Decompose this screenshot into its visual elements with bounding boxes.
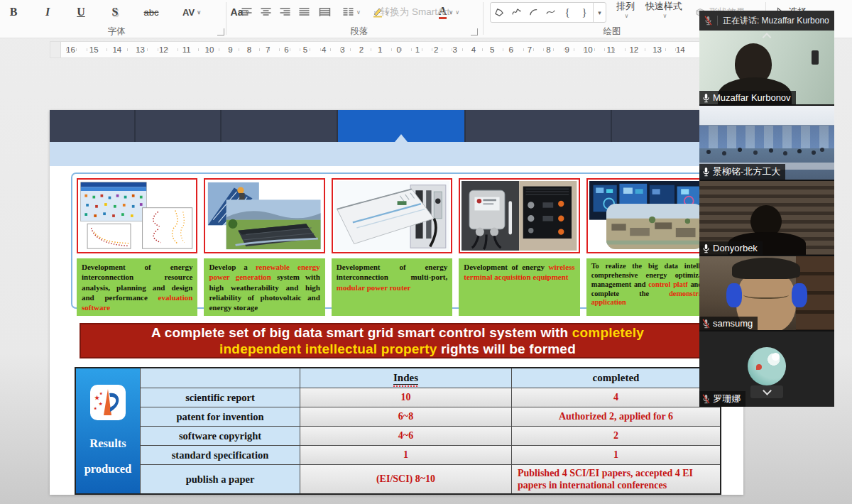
meeting-panel-header[interactable]: 正在讲话: Muzaffar Kurbonov...: [699, 11, 834, 31]
video-tile-muzaffar[interactable]: Muzaffar Kurbonov: [699, 31, 834, 104]
table-header-empty: [140, 368, 300, 388]
caption-pv-plant[interactable]: Develop a renewable energy power generat…: [204, 258, 324, 316]
table-row-index: 6~8: [300, 407, 511, 426]
slide-nav-tab-2[interactable]: [136, 110, 222, 142]
table-row-label: patent for invention: [140, 407, 300, 426]
participant-name: Donyorbek: [713, 243, 758, 253]
table-row-index: 4~6: [300, 426, 511, 445]
slide-canvas[interactable]: Development of energy interconnection re…: [50, 110, 743, 495]
headline-banner[interactable]: A complete set of big data smart grid sm…: [80, 323, 716, 358]
justify-icon: [298, 7, 310, 17]
convert-to-smartart-button[interactable]: 转换为 SmartArt ∨: [374, 3, 459, 21]
drawing-group-label: 绘图: [604, 26, 621, 38]
mic-on-icon: [702, 243, 710, 253]
spacing-label: AV: [182, 7, 195, 18]
card-image-control-platform[interactable]: [586, 178, 707, 253]
avatar: [748, 347, 786, 385]
video-tile-classroom[interactable]: 景柳铭-北方工大: [699, 106, 834, 180]
slide-nav-bar: [50, 110, 743, 142]
slide-nav-tab-4-active[interactable]: [338, 110, 466, 142]
table-row-label: software copyright: [140, 426, 300, 445]
results-label-line1: Results: [84, 431, 132, 456]
right-brace-shape-icon[interactable]: }: [576, 3, 593, 22]
arrange-button[interactable]: 排列 ∨: [609, 1, 642, 21]
italic-button[interactable]: I: [41, 3, 54, 21]
align-center-button[interactable]: [258, 3, 273, 21]
slide-subheader-band: [50, 142, 743, 166]
character-spacing-button[interactable]: AV∨: [176, 3, 207, 21]
freeform-shape-icon[interactable]: [491, 3, 508, 22]
caption-power-router[interactable]: Development of energy interconnection mu…: [332, 258, 452, 316]
arrange-label: 排列: [616, 1, 635, 11]
slide-nav-tab-3[interactable]: [222, 110, 338, 142]
left-brace-shape-icon[interactable]: {: [559, 3, 576, 22]
ruler-numbers: 1615141312111098765432101234567891011121…: [66, 42, 685, 57]
slide-nav-tab-1[interactable]: [50, 110, 136, 142]
table-row-completed: Authorized 2, applied for 6: [511, 407, 720, 426]
shapes-gallery-dropdown[interactable]: ▾: [593, 3, 606, 22]
caption-wireless-terminal[interactable]: Development of energy wireless terminal …: [459, 258, 579, 316]
caption-boxes-row: Development of energy interconnection re…: [77, 258, 707, 316]
table-row-index: (EI/SCI) 8~10: [300, 464, 511, 493]
participant-name: samsumg: [713, 318, 753, 329]
video-tile-luoshanna[interactable]: 罗珊娜: [699, 332, 834, 407]
curve-shape-icon[interactable]: [542, 3, 559, 22]
underline-button[interactable]: U: [74, 3, 88, 21]
columns-button[interactable]: ∨: [339, 3, 364, 21]
align-center-icon: [260, 7, 272, 17]
table-row-label: standard specification: [140, 445, 300, 464]
participant-name-badge: 景柳铭-北方工大: [699, 164, 785, 180]
strikethrough-button[interactable]: abc: [141, 3, 162, 21]
card-image-power-router[interactable]: [332, 178, 452, 253]
meeting-panel: 正在讲话: Muzaffar Kurbonov... Muzaffar Kurb…: [699, 11, 834, 407]
chevron-down-icon: ∨: [197, 9, 201, 16]
table-row-completed: 1: [511, 445, 720, 464]
svg-text:★: ★: [94, 407, 97, 410]
scribble-shape-icon[interactable]: [508, 3, 525, 22]
mic-on-icon: [702, 167, 710, 177]
arc-shape-icon[interactable]: [525, 3, 542, 22]
chevron-down-icon: ∨: [455, 9, 459, 16]
card-image-wireless-terminal[interactable]: [459, 178, 579, 253]
distribute-button[interactable]: [315, 3, 334, 21]
caption-analysis-software[interactable]: Development of energy interconnection re…: [77, 258, 197, 316]
align-right-button[interactable]: [277, 3, 293, 21]
collapse-chevron-down-button[interactable]: [750, 385, 783, 398]
card-image-pv-plant[interactable]: [204, 178, 324, 253]
participant-name: 景柳铭-北方工大: [713, 165, 780, 178]
image-cards-row: [77, 178, 707, 253]
slide-nav-tab-5[interactable]: [466, 110, 612, 142]
shapes-gallery[interactable]: { } ▾: [490, 2, 606, 23]
svg-text:★: ★: [94, 395, 100, 401]
wireless-terminal-graphic: [462, 181, 577, 251]
participant-name-badge: 罗珊娜: [699, 391, 746, 407]
table-row-completed: Published 4 SCI/EI papers, accepted 4 EI…: [511, 464, 720, 493]
caption-control-platform[interactable]: To realize the big data intelli comprehe…: [586, 258, 707, 316]
paragraph-group-label: 段落: [351, 26, 368, 38]
achievements-panel[interactable]: Development of energy interconnection re…: [71, 172, 713, 309]
bold-button[interactable]: B: [6, 3, 21, 21]
results-table[interactable]: ★ ★ ★ ★ Results produced Indes completed…: [75, 367, 721, 495]
align-left-button[interactable]: [239, 3, 254, 21]
video-tile-samsumg[interactable]: samsumg: [699, 256, 834, 330]
table-row-completed: 4: [511, 388, 720, 407]
horizontal-ruler: 1615141312111098765432101234567891011121…: [50, 41, 703, 58]
paragraph-dialog-launcher[interactable]: [471, 28, 478, 35]
card-image-analysis-software[interactable]: [77, 178, 197, 253]
table-header-index: Indes: [300, 368, 511, 388]
participant-name: 罗珊娜: [713, 393, 741, 405]
results-produced-cell: ★ ★ ★ ★ Results produced: [76, 368, 140, 493]
svg-text:★: ★: [99, 402, 103, 406]
header-divider: [717, 16, 718, 26]
text-shadow-button[interactable]: S: [108, 3, 122, 21]
muted-mic-icon: [702, 319, 710, 329]
font-dialog-launcher[interactable]: [217, 28, 224, 35]
video-tile-donyorbek[interactable]: Donyorbek: [699, 181, 834, 255]
power-router-graphic: [334, 181, 449, 251]
participant-name-badge: Muzaffar Kurbonov: [699, 91, 796, 104]
columns-icon: [342, 7, 354, 17]
justify-button[interactable]: [296, 3, 312, 21]
chevron-down-icon: ∨: [356, 9, 361, 16]
quick-styles-button[interactable]: 快速样式 ∨: [643, 1, 684, 21]
distribute-icon: [319, 7, 331, 17]
